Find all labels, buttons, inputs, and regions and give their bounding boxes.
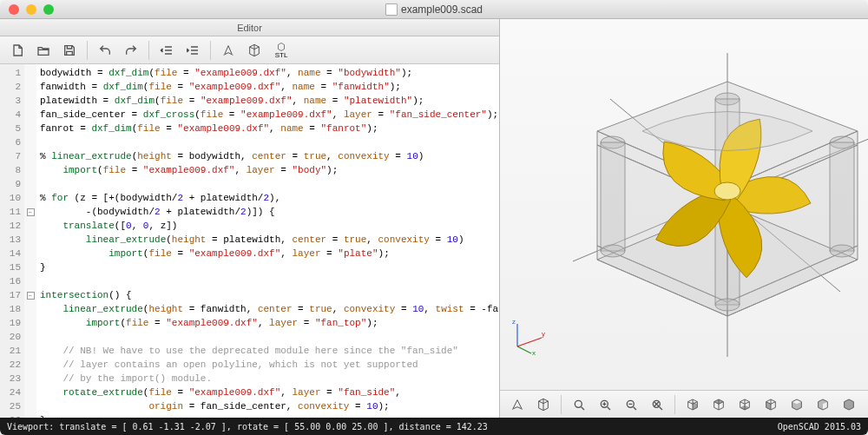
undo-button[interactable] — [93, 39, 117, 62]
view-back-button[interactable] — [811, 393, 835, 416]
viewer-toolbar: » — [500, 390, 868, 418]
view-front-button[interactable] — [785, 393, 809, 416]
preview-button[interactable] — [216, 39, 240, 62]
window-title: example009.scad — [385, 3, 483, 16]
svg-rect-18 — [830, 142, 854, 251]
svg-point-34 — [575, 400, 582, 407]
view-diagonal-button[interactable] — [837, 393, 861, 416]
redo-button[interactable] — [119, 39, 143, 62]
titlebar: example009.scad — [0, 0, 868, 19]
viewport-3d[interactable]: z y x — [500, 19, 868, 390]
viewport-status: Viewport: translate = [ 0.61 -1.31 -2.07… — [7, 422, 488, 432]
view-bottom-button[interactable] — [733, 393, 757, 416]
code-editor[interactable]: 1234567891011121314151617181920212223242… — [0, 64, 499, 418]
app-window: example009.scad Editor STL — [0, 0, 868, 435]
view-top-button[interactable] — [707, 393, 731, 416]
zoom-all-button[interactable] — [567, 393, 591, 416]
svg-point-19 — [830, 245, 854, 257]
line-gutter: 1234567891011121314151617181920212223242… — [0, 64, 24, 418]
svg-line-29 — [517, 338, 542, 346]
app-version: OpenSCAD 2015.03 — [778, 422, 861, 432]
fold-gutter[interactable]: −− — [24, 64, 36, 418]
model-render — [554, 49, 869, 361]
preview-button[interactable] — [505, 393, 529, 416]
reset-view-button[interactable] — [645, 393, 669, 416]
svg-point-27 — [714, 182, 740, 200]
export-stl-button[interactable]: STL — [268, 39, 294, 62]
svg-text:z: z — [512, 318, 516, 326]
indent-button[interactable] — [181, 39, 205, 62]
svg-text:x: x — [532, 349, 536, 355]
svg-line-30 — [517, 346, 531, 353]
viewer-pane: z y x — [500, 19, 868, 418]
render-cube-button[interactable] — [531, 393, 556, 416]
statusbar: Viewport: translate = [ 0.61 -1.31 -2.07… — [0, 418, 868, 435]
view-right-button[interactable] — [681, 393, 705, 416]
open-button[interactable] — [31, 39, 56, 62]
code-area[interactable]: bodywidth = dxf_dim(file = "example009.d… — [36, 64, 499, 418]
svg-rect-15 — [601, 142, 625, 251]
editor-toolbar: STL — [0, 36, 499, 64]
maximize-icon[interactable] — [43, 4, 54, 15]
svg-text:y: y — [542, 330, 545, 338]
close-icon[interactable] — [9, 4, 19, 15]
new-button[interactable] — [5, 39, 30, 62]
zoom-out-button[interactable] — [619, 393, 643, 416]
unindent-button[interactable] — [155, 39, 179, 62]
zoom-in-button[interactable] — [593, 393, 617, 416]
axis-indicator: z y x — [509, 317, 547, 355]
save-button[interactable] — [57, 39, 82, 62]
editor-pane: Editor STL 12345678910 — [0, 19, 500, 418]
document-icon — [385, 3, 398, 16]
view-left-button[interactable] — [759, 393, 783, 416]
svg-point-16 — [601, 245, 625, 257]
render-button[interactable] — [242, 39, 266, 62]
view-center-button[interactable] — [863, 393, 868, 416]
minimize-icon[interactable] — [26, 4, 36, 15]
svg-point-25 — [715, 299, 740, 311]
editor-header: Editor — [0, 19, 499, 36]
